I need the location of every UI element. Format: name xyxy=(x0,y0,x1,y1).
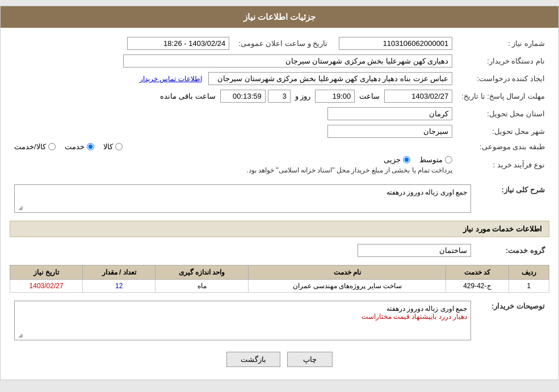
mohlat-remaining-label: ساعت باقی مانده xyxy=(160,92,215,100)
row-name: ساخت سایر پروژه‌های مهندسی عمران xyxy=(249,280,446,293)
tarikh-saat-value: 1403/02/24 - 18:26 xyxy=(127,37,229,50)
table-row: 1 ج-42-429 ساخت سایر پروژه‌های مهندسی عم… xyxy=(10,280,549,293)
row-kod: ج-42-429 xyxy=(446,280,508,293)
mohlat-roz-label: روز و xyxy=(295,92,311,100)
radio-jezvi-label: جزیی xyxy=(384,155,401,164)
ijad-konande-value: عباس عزت بناه دهیار دهیاری کهن شهرعلیا ب… xyxy=(208,72,452,85)
nam-dastgah-value: دهیاری کهن شهرعلیا بخش مرکزی شهرستان سیر… xyxy=(123,54,452,68)
nam-dastgah-label: نام دستگاه خریدار: xyxy=(457,52,549,70)
radio-kala-khedmat-label: کالا/خدمت xyxy=(14,142,46,151)
contact-link[interactable]: اطلاعات تماس خریدار xyxy=(140,75,202,83)
shomare-niaz-label: شماره نیاز : xyxy=(457,35,549,52)
ijad-konande-label: ایجاد کننده درخواست: xyxy=(457,70,549,87)
mohlat-saat-label: ساعت xyxy=(359,92,380,100)
mohlat-remaining: 00:13:59 xyxy=(220,90,266,103)
ostan-label: استان محل تحویل: xyxy=(457,105,549,123)
col-tedad: تعداد / مقدار xyxy=(83,265,155,280)
toseefat-line2: دهیار دررد بایپشنهاد قیمت مختاراست xyxy=(18,313,467,321)
toseefat-box[interactable]: جمع اوری زباله دوروز درهفته دهیار دررد ب… xyxy=(14,301,471,340)
page-title: جزئیات اطلاعات نیاز xyxy=(1,6,558,28)
col-kod: کد خدمت xyxy=(446,265,508,280)
services-table: ردیف کد خدمت نام خدمت واحد اندازه گیری ت… xyxy=(10,265,549,293)
radio-motevasset[interactable]: متوسط xyxy=(419,155,452,164)
row-radif: 1 xyxy=(508,280,549,293)
sharh-label: شرح کلی نیاز: xyxy=(476,182,549,215)
col-vahed: واحد اندازه گیری xyxy=(155,265,249,280)
col-radif: ردیف xyxy=(508,265,549,280)
back-button[interactable]: بازگشت xyxy=(226,352,280,367)
row-vahed: ماه xyxy=(155,280,249,293)
sharh-box[interactable]: جمع اوری زباله دوروز درهفته ◢ xyxy=(14,184,471,213)
col-name: نام خدمت xyxy=(249,265,446,280)
radio-kala[interactable]: کالا xyxy=(103,142,123,151)
radio-khedmat-label: خدمت xyxy=(65,142,85,151)
purchase-note: پرداخت تمام یا بخشی از مبلغ خریداز محل "… xyxy=(246,166,452,174)
radio-kala-khedmat[interactable]: کالا/خدمت xyxy=(14,142,56,151)
shomare-niaz-value: 1103106062000001 xyxy=(339,37,452,50)
shahr-label: شهر محل تحویل: xyxy=(457,123,549,140)
sharh-value: جمع اوری زباله دوروز درهفته xyxy=(386,188,467,196)
service-section-header: اطلاعات خدمات مورد نیاز xyxy=(10,221,549,237)
mohlat-saat: 19:00 xyxy=(315,90,355,103)
mohlat-roz: 3 xyxy=(268,90,291,103)
resize-handle[interactable]: ◢ xyxy=(16,204,23,211)
print-button[interactable]: چاپ xyxy=(287,352,333,367)
col-tarikh: تاریخ نیاز xyxy=(10,265,83,280)
row-tedad: 12 xyxy=(83,280,155,293)
row-tarikh: 1403/02/27 xyxy=(10,280,83,293)
shahr-value: سیرجان xyxy=(327,125,452,138)
toseefat-line1: جمع اوری زباله دوروز درهفته xyxy=(18,305,467,313)
mohlat-date: 1403/02/27 xyxy=(384,90,452,103)
grohe-khedmat-value: ساختمان xyxy=(358,244,471,257)
radio-khedmat[interactable]: خدمت xyxy=(65,142,94,151)
tabaqe-label: طبقه بندی موضوعی: xyxy=(457,140,549,153)
tarikh-saat-label: تاریخ و ساعت اعلان عمومی: xyxy=(234,35,332,52)
radio-motevasset-label: متوسط xyxy=(419,155,443,164)
mohlat-label: مهلت ارسال پاسخ: تا تاریخ: xyxy=(457,87,549,105)
resize-handle-2[interactable]: ◢ xyxy=(16,332,23,339)
noe-farayand-label: نوع فرآیند خرید : xyxy=(457,153,549,176)
ostan-value: کرمان xyxy=(327,107,452,120)
toseefat-label: توصیحات خریدار: xyxy=(476,298,549,343)
radio-jezvi[interactable]: جزیی xyxy=(384,155,410,164)
radio-kala-label: کالا xyxy=(103,142,113,151)
grohe-khedmat-label: گروه خدمت: xyxy=(476,242,549,259)
